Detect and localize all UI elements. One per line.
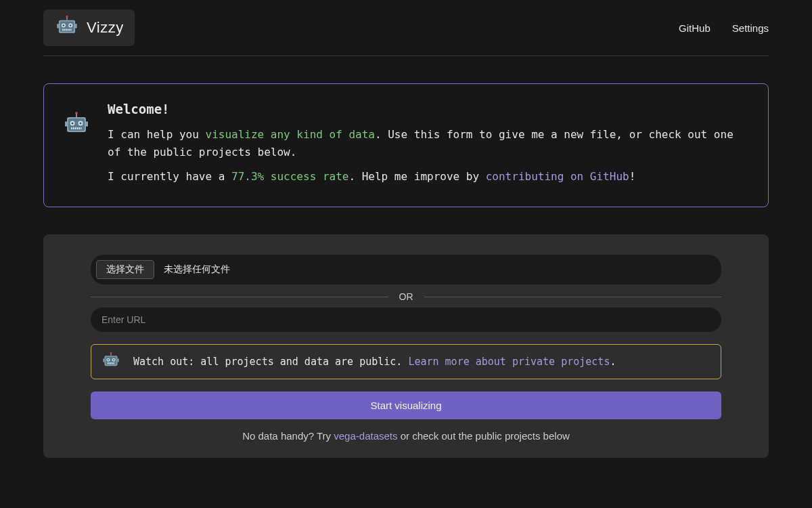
file-input[interactable]: 选择文件 未选择任何文件 <box>91 255 721 284</box>
start-visualizing-button[interactable]: Start visualizing <box>91 391 721 419</box>
form-footer: No data handy? Try vega-datasets or chec… <box>91 430 721 442</box>
welcome-panel: Welcome! I can help you visualize any ki… <box>43 83 769 207</box>
welcome-title: Welcome! <box>108 99 750 119</box>
brand-logo[interactable]: Vizzy <box>43 9 135 46</box>
header: Vizzy GitHub Settings <box>43 0 769 56</box>
welcome-content: Welcome! I can help you visualize any ki… <box>108 99 750 192</box>
choose-file-button[interactable]: 选择文件 <box>96 260 154 279</box>
welcome-text-2: I currently have a 77.3% success rate. H… <box>108 168 750 186</box>
highlight-phrase: visualize any kind of data <box>206 128 375 141</box>
vega-datasets-link[interactable]: vega-datasets <box>334 430 397 442</box>
contribute-link[interactable]: contributing on GitHub <box>486 170 629 183</box>
file-status: 未选择任何文件 <box>164 263 230 276</box>
robot-icon <box>54 15 80 41</box>
divider: OR <box>91 291 721 302</box>
url-input[interactable] <box>91 308 721 332</box>
private-projects-link[interactable]: Learn more about private projects <box>408 356 610 368</box>
robot-icon <box>62 111 91 141</box>
warning-text: Watch out: all projects and data are pub… <box>133 356 711 368</box>
brand-name: Vizzy <box>87 19 124 37</box>
nav-settings[interactable]: Settings <box>732 22 769 34</box>
upload-form: 选择文件 未选择任何文件 OR Watch out: all projects … <box>43 234 769 458</box>
divider-text: OR <box>388 291 424 302</box>
nav-github[interactable]: GitHub <box>679 22 710 34</box>
warning-panel: Watch out: all projects and data are pub… <box>91 344 721 379</box>
nav: GitHub Settings <box>679 22 769 34</box>
robot-icon <box>101 352 121 372</box>
welcome-text-1: I can help you visualize any kind of dat… <box>108 126 750 161</box>
success-rate: 77.3% success rate <box>231 170 348 183</box>
